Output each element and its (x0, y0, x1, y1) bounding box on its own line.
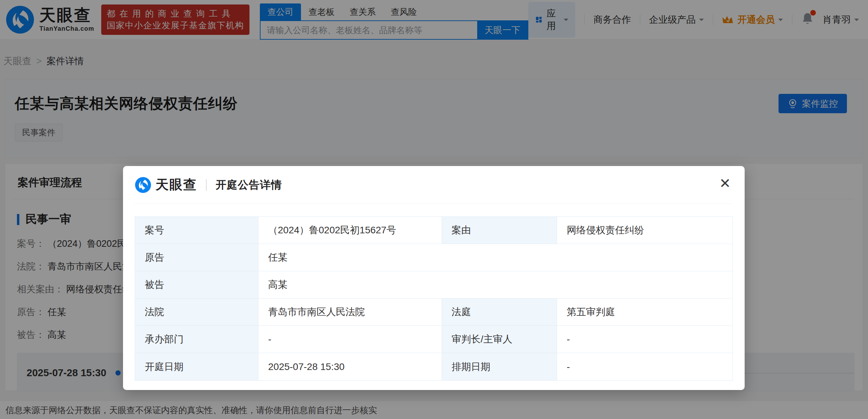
cell-value: 网络侵权责任纠纷 (557, 217, 733, 244)
modal-title: 开庭公告详情 (216, 178, 282, 192)
cell-value: - (258, 326, 442, 353)
cell-value: - (557, 353, 733, 380)
cell-value: 第五审判庭 (557, 299, 733, 326)
cell-label: 排期日期 (442, 353, 557, 380)
table-row: 开庭日期 2025-07-28 15:30 排期日期 - (135, 353, 733, 380)
cell-label: 案号 (135, 217, 258, 244)
modal-brand: 天眼查 (155, 176, 197, 194)
cell-value: （2024）鲁0202民初15627号 (258, 217, 442, 244)
cell-label: 法院 (135, 299, 258, 326)
cell-value: 青岛市市南区人民法院 (258, 299, 442, 326)
table-row: 法院 青岛市市南区人民法院 法庭 第五审判庭 (135, 299, 733, 326)
cell-label: 法庭 (442, 299, 557, 326)
cell-label: 承办部门 (135, 326, 258, 353)
table-row: 被告 高某 (135, 271, 733, 299)
close-icon[interactable]: ✕ (719, 176, 731, 190)
table-row: 原告 任某 (135, 244, 733, 271)
table-row: 承办部门 - 审判长/主审人 - (135, 326, 733, 353)
tianyancha-logo-icon (135, 177, 151, 193)
table-row: 案号 （2024）鲁0202民初15627号 案由 网络侵权责任纠纷 (135, 217, 733, 244)
cell-label: 审判长/主审人 (442, 326, 557, 353)
hearing-detail-table: 案号 （2024）鲁0202民初15627号 案由 网络侵权责任纠纷 原告 任某… (135, 216, 733, 381)
cell-value: 高某 (258, 271, 733, 299)
cell-label: 案由 (442, 217, 557, 244)
cell-label: 被告 (135, 271, 258, 299)
cell-label: 原告 (135, 244, 258, 271)
cell-value: - (557, 326, 733, 353)
cell-label: 开庭日期 (135, 353, 258, 380)
divider (206, 179, 207, 191)
hearing-detail-modal: 天眼查 开庭公告详情 ✕ 案号 （2024）鲁0202民初15627号 案由 网… (123, 166, 745, 390)
modal-header: 天眼查 开庭公告详情 ✕ (135, 166, 733, 204)
cell-value: 2025-07-28 15:30 (258, 353, 442, 380)
cell-value: 任某 (258, 244, 733, 271)
